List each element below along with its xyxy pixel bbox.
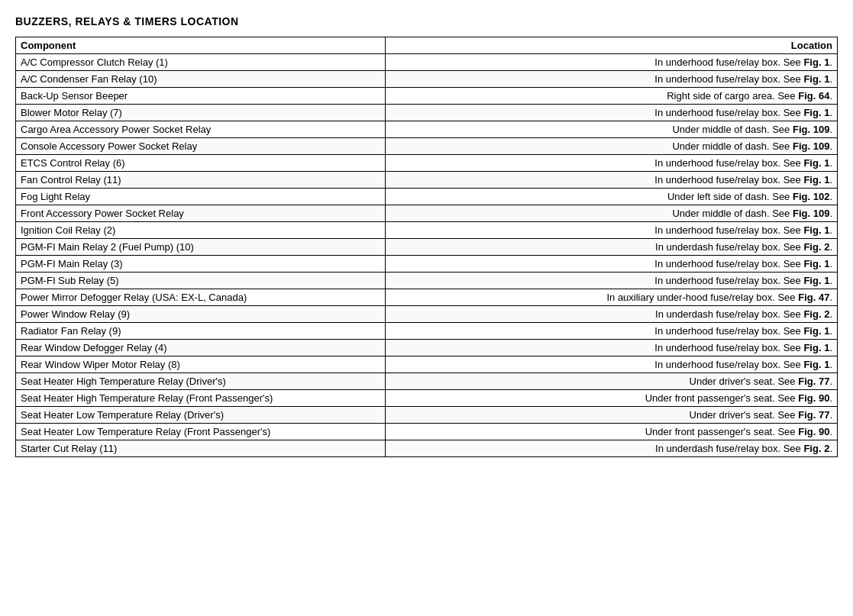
period: . — [829, 56, 832, 68]
location-cell: In underdash fuse/relay box. See Fig. 2. — [386, 306, 838, 323]
component-cell: Starter Cut Relay (11) — [16, 440, 386, 457]
location-text: Under front passenger's seat. See — [645, 426, 798, 437]
table-row: PGM-FI Main Relay (3)In underhood fuse/r… — [16, 256, 838, 273]
figure-reference: Fig. 2 — [803, 443, 829, 454]
location-cell: Right side of cargo area. See Fig. 64. — [386, 88, 838, 105]
component-header: Component — [16, 37, 386, 54]
table-row: Cargo Area Accessory Power Socket RelayU… — [16, 121, 838, 138]
component-cell: Front Accessory Power Socket Relay — [16, 205, 386, 222]
location-text: Under middle of dash. See — [672, 208, 793, 219]
period: . — [829, 426, 832, 437]
table-row: Console Accessory Power Socket RelayUnde… — [16, 138, 838, 155]
period: . — [829, 275, 832, 286]
period: . — [829, 107, 832, 118]
location-text: In underhood fuse/relay box. See — [654, 56, 803, 68]
period: . — [829, 376, 832, 387]
table-row: Fan Control Relay (11)In underhood fuse/… — [16, 172, 838, 189]
buzzers-relays-timers-table: Component Location A/C Compressor Clutch… — [15, 37, 838, 457]
location-text: In underhood fuse/relay box. See — [654, 325, 803, 337]
location-cell: In underhood fuse/relay box. See Fig. 1. — [386, 54, 838, 71]
table-row: Seat Heater Low Temperature Relay (Front… — [16, 424, 838, 440]
table-row: Front Accessory Power Socket RelayUnder … — [16, 205, 838, 222]
period: . — [829, 308, 832, 320]
table-row: Fog Light RelayUnder left side of dash. … — [16, 189, 838, 205]
location-text: Under middle of dash. See — [672, 124, 793, 135]
location-text: Under driver's seat. See — [690, 409, 799, 421]
figure-reference: Fig. 2 — [803, 241, 829, 253]
location-cell: In underhood fuse/relay box. See Fig. 1. — [386, 273, 838, 289]
location-text: In auxiliary under-hood fuse/relay box. … — [606, 292, 798, 303]
location-cell: Under middle of dash. See Fig. 109. — [386, 205, 838, 222]
table-row: Ignition Coil Relay (2)In underhood fuse… — [16, 222, 838, 239]
location-cell: In underhood fuse/relay box. See Fig. 1. — [386, 356, 838, 373]
location-text: In underdash fuse/relay box. See — [655, 443, 803, 454]
location-cell: In underhood fuse/relay box. See Fig. 1. — [386, 155, 838, 172]
location-cell: Under front passenger's seat. See Fig. 9… — [386, 424, 838, 440]
table-row: Radiator Fan Relay (9)In underhood fuse/… — [16, 323, 838, 340]
figure-reference: Fig. 77 — [798, 409, 829, 421]
location-cell: In underhood fuse/relay box. See Fig. 1. — [386, 323, 838, 340]
period: . — [829, 157, 832, 169]
component-cell: PGM-FI Sub Relay (5) — [16, 273, 386, 289]
component-cell: Power Mirror Defogger Relay (USA: EX-L, … — [16, 289, 386, 306]
component-cell: Fan Control Relay (11) — [16, 172, 386, 189]
location-header: Location — [386, 37, 838, 54]
table-row: Rear Window Wiper Motor Relay (8)In unde… — [16, 356, 838, 373]
location-text: Under driver's seat. See — [690, 376, 799, 387]
figure-reference: Fig. 1 — [803, 107, 829, 118]
period: . — [829, 409, 832, 421]
figure-reference: Fig. 1 — [803, 56, 829, 68]
location-cell: Under middle of dash. See Fig. 109. — [386, 138, 838, 155]
period: . — [829, 140, 832, 152]
table-row: Seat Heater Low Temperature Relay (Drive… — [16, 407, 838, 424]
table-row: A/C Condenser Fan Relay (10)In underhood… — [16, 71, 838, 88]
location-text: Under front passenger's seat. See — [645, 392, 798, 404]
component-cell: Seat Heater High Temperature Relay (Fron… — [16, 390, 386, 407]
location-cell: In underhood fuse/relay box. See Fig. 1. — [386, 222, 838, 239]
figure-reference: Fig. 2 — [803, 308, 829, 320]
component-cell: A/C Compressor Clutch Relay (1) — [16, 54, 386, 71]
component-cell: ETCS Control Relay (6) — [16, 155, 386, 172]
location-cell: Under middle of dash. See Fig. 109. — [386, 121, 838, 138]
location-text: In underdash fuse/relay box. See — [655, 241, 803, 253]
location-cell: In underhood fuse/relay box. See Fig. 1. — [386, 172, 838, 189]
component-cell: Seat Heater Low Temperature Relay (Drive… — [16, 407, 386, 424]
figure-reference: Fig. 1 — [803, 174, 829, 185]
location-cell: Under left side of dash. See Fig. 102. — [386, 189, 838, 205]
component-cell: Power Window Relay (9) — [16, 306, 386, 323]
figure-reference: Fig. 1 — [803, 342, 829, 353]
component-cell: Ignition Coil Relay (2) — [16, 222, 386, 239]
period: . — [829, 90, 832, 102]
component-cell: Fog Light Relay — [16, 189, 386, 205]
table-row: Blower Motor Relay (7)In underhood fuse/… — [16, 105, 838, 121]
component-cell: Rear Window Defogger Relay (4) — [16, 340, 386, 356]
figure-reference: Fig. 1 — [803, 325, 829, 337]
figure-reference: Fig. 77 — [798, 376, 829, 387]
period: . — [829, 443, 832, 454]
component-cell: A/C Condenser Fan Relay (10) — [16, 71, 386, 88]
location-cell: In underhood fuse/relay box. See Fig. 1. — [386, 71, 838, 88]
component-cell: PGM-FI Main Relay (3) — [16, 256, 386, 273]
figure-reference: Fig. 47 — [798, 292, 829, 303]
location-text: In underhood fuse/relay box. See — [654, 73, 803, 85]
component-cell: Seat Heater Low Temperature Relay (Front… — [16, 424, 386, 440]
figure-reference: Fig. 90 — [798, 426, 829, 437]
period: . — [829, 359, 832, 370]
table-row: Seat Heater High Temperature Relay (Fron… — [16, 390, 838, 407]
table-row: Seat Heater High Temperature Relay (Driv… — [16, 373, 838, 390]
location-text: Right side of cargo area. See — [667, 90, 798, 102]
location-text: In underhood fuse/relay box. See — [654, 107, 803, 118]
period: . — [829, 292, 832, 303]
component-cell: Seat Heater High Temperature Relay (Driv… — [16, 373, 386, 390]
period: . — [829, 124, 832, 135]
figure-reference: Fig. 109 — [793, 124, 829, 135]
figure-reference: Fig. 1 — [803, 73, 829, 85]
period: . — [829, 325, 832, 337]
period: . — [829, 258, 832, 269]
component-cell: Console Accessory Power Socket Relay — [16, 138, 386, 155]
period: . — [829, 241, 832, 253]
figure-reference: Fig. 64 — [798, 90, 829, 102]
location-text: In underhood fuse/relay box. See — [654, 275, 803, 286]
location-text: Under left side of dash. See — [667, 191, 793, 202]
location-text: In underhood fuse/relay box. See — [654, 174, 803, 185]
